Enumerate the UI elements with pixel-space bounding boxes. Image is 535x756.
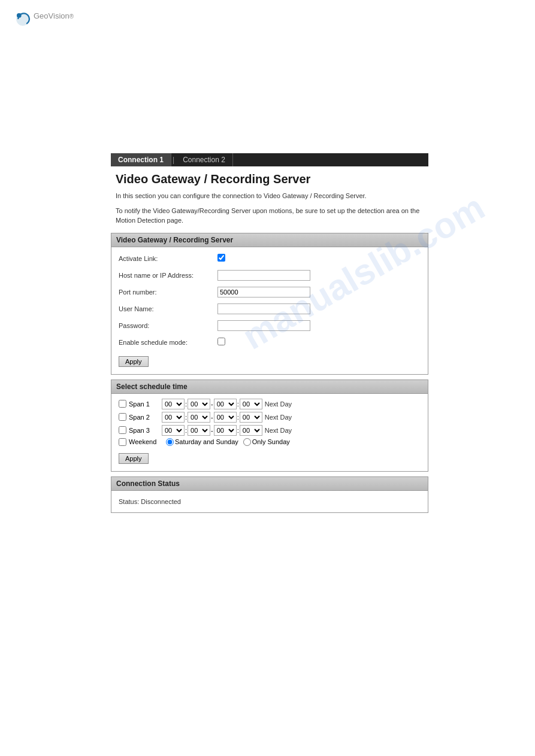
weekend-row: Weekend Saturday and Sunday Only Sunday (119, 438, 421, 446)
span3-row: Span 3 00010203 : 00153045 - 00010203 : … (119, 425, 421, 436)
username-input[interactable] (217, 303, 310, 314)
span3-checkbox[interactable] (119, 426, 126, 434)
weekend-checkbox[interactable] (119, 438, 126, 446)
span1-checkbox[interactable] (119, 400, 126, 408)
span2-to-hour[interactable]: 00010203 (214, 412, 237, 423)
geovision-logo-icon (14, 11, 31, 28)
port-input[interactable] (217, 287, 310, 297)
span2-sep1: : (185, 414, 187, 421)
connection-status-header: Connection Status (111, 477, 428, 491)
span3-from-hour[interactable]: 00010203 (162, 425, 185, 436)
weekend-label: Weekend (129, 438, 166, 445)
password-row: Password: (119, 319, 421, 332)
logo-text: GeoVision® (34, 11, 74, 27)
span2-to-min[interactable]: 00153045 (240, 412, 262, 423)
span2-checkbox[interactable] (119, 413, 126, 421)
logo-area: GeoVision® (0, 0, 535, 34)
port-row: Port number: (119, 286, 421, 299)
username-label: User Name: (119, 305, 217, 312)
activate-link-control (217, 254, 421, 263)
brand-name: GeoVision (34, 11, 69, 20)
sat-sun-radio[interactable] (166, 438, 174, 446)
page-title: Video Gateway / Recording Server (111, 166, 428, 189)
svg-point-1 (17, 13, 22, 18)
username-row: User Name: (119, 302, 421, 315)
schedule-mode-row: Enable schedule mode: (119, 336, 421, 349)
schedule-apply-button[interactable]: Apply (119, 453, 149, 464)
span2-label: Span 2 (129, 414, 162, 421)
span1-to-hour[interactable]: 00010203040506070809101112 (214, 399, 237, 409)
span3-label: Span 3 (129, 427, 162, 434)
span1-row: Span 1 00010203040506070809101112 : 0015… (119, 399, 421, 409)
host-row: Host name or IP Address: (119, 269, 421, 282)
span1-next-day: Next Day (265, 400, 292, 408)
span3-to-hour[interactable]: 00010203 (214, 425, 237, 436)
main-content: Connection 1 | Connection 2 Video Gatewa… (111, 153, 428, 513)
span1-sep2: : (237, 400, 239, 408)
span1-sep1: : (185, 400, 187, 408)
activate-link-label: Activate Link: (119, 255, 217, 262)
span2-from-hour[interactable]: 0001020304 (162, 412, 185, 423)
sat-sun-label: Saturday and Sunday (175, 438, 238, 445)
host-control (217, 270, 421, 281)
password-control (217, 320, 421, 331)
tab-separator: | (171, 153, 176, 166)
port-label: Port number: (119, 289, 217, 296)
description-2: To notify the Video Gateway/Recording Se… (111, 204, 428, 228)
sat-sun-option[interactable]: Saturday and Sunday (166, 438, 238, 446)
span2-from-min[interactable]: 00153045 (188, 412, 210, 423)
port-control (217, 287, 421, 297)
span3-next-day: Next Day (265, 427, 292, 434)
span3-from-min[interactable]: 00153045 (188, 425, 210, 436)
password-input[interactable] (217, 320, 310, 331)
description-1: In this section you can configure the co… (111, 189, 428, 204)
only-sun-label: Only Sunday (252, 438, 290, 445)
span3-sep2: : (237, 427, 239, 434)
schedule-mode-label: Enable schedule mode: (119, 339, 217, 346)
tab-connection2[interactable]: Connection 2 (176, 153, 233, 166)
server-apply-button[interactable]: Apply (119, 356, 149, 367)
activate-link-row: Activate Link: (119, 252, 421, 265)
tab-connection1[interactable]: Connection 1 (111, 153, 171, 166)
only-sun-option[interactable]: Only Sunday (243, 438, 290, 446)
host-input[interactable] (217, 270, 310, 281)
span2-row: Span 2 0001020304 : 00153045 - 00010203 … (119, 412, 421, 423)
schedule-header: Select schedule time (111, 380, 428, 394)
span2-dash: - (211, 414, 213, 421)
connection-status-section: Connection Status Status: Disconnected (111, 476, 428, 513)
only-sun-radio[interactable] (243, 438, 251, 446)
activate-link-checkbox[interactable] (217, 254, 225, 262)
schedule-body: Span 1 00010203040506070809101112 : 0015… (111, 394, 428, 471)
span2-next-day: Next Day (265, 414, 292, 421)
span1-to-min[interactable]: 00153045 (240, 399, 262, 409)
span2-sep2: : (237, 414, 239, 421)
connection-status-body: Status: Disconnected (111, 491, 428, 512)
schedule-section: Select schedule time Span 1 000102030405… (111, 379, 428, 472)
schedule-mode-checkbox[interactable] (217, 338, 225, 345)
password-label: Password: (119, 322, 217, 329)
host-label: Host name or IP Address: (119, 272, 217, 279)
server-config-header: Video Gateway / Recording Server (111, 233, 428, 247)
schedule-mode-control (217, 338, 421, 347)
span1-dash: - (211, 400, 213, 408)
username-control (217, 303, 421, 314)
server-config-section: Video Gateway / Recording Server Activat… (111, 233, 428, 375)
tab-bar: Connection 1 | Connection 2 (111, 153, 428, 166)
server-config-body: Activate Link: Host name or IP Address: … (111, 247, 428, 374)
span3-sep1: : (185, 427, 187, 434)
logo-suffix: ® (69, 13, 74, 20)
span1-from-min[interactable]: 00153045 (188, 399, 210, 409)
status-text: Status: Disconnected (119, 498, 181, 505)
span3-dash: - (211, 427, 213, 434)
span3-to-min[interactable]: 00153045 (240, 425, 262, 436)
span1-from-hour[interactable]: 00010203040506070809101112 (162, 399, 185, 409)
weekend-options: Saturday and Sunday Only Sunday (166, 438, 290, 446)
span1-label: Span 1 (129, 400, 162, 408)
